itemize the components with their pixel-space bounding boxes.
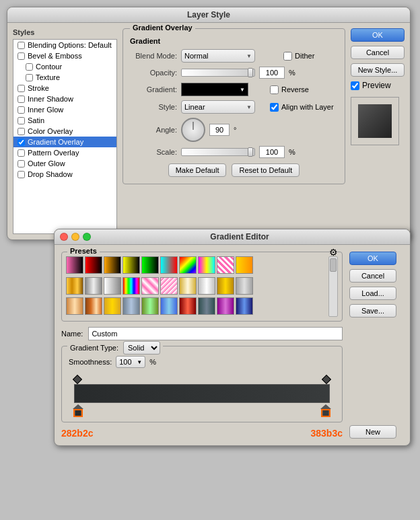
preset-27[interactable] [179,297,197,315]
style-item-gradient-overlay[interactable]: Gradient Overlay [13,137,116,147]
make-default-button[interactable]: Make Default [168,163,227,177]
gradient-type-select[interactable]: Solid Noise [123,341,160,355]
stroke-checkbox[interactable] [18,85,25,92]
smoothness-select[interactable]: 100 ▼ [116,356,145,368]
blend-mode-select[interactable]: Normal ▼ [181,49,255,63]
blending-checkbox[interactable] [18,42,25,49]
preset-29[interactable] [217,297,234,315]
minimize-button[interactable] [71,233,79,241]
maximize-button[interactable] [83,233,91,241]
texture-checkbox[interactable] [26,74,33,81]
preset-25[interactable] [141,297,159,315]
preset-24[interactable] [123,297,140,315]
preview-checkbox[interactable] [351,81,359,90]
style-item-inner-glow[interactable]: Inner Glow [13,104,116,115]
preset-11[interactable] [66,277,83,295]
preset-14[interactable] [123,277,140,295]
reset-default-button[interactable]: Reset to Default [232,163,300,177]
ge-load-button[interactable]: Load... [349,287,396,300]
style-item-inner-shadow[interactable]: Inner Shadow [13,94,116,104]
preset-7[interactable] [179,256,197,274]
ge-save-button[interactable]: Save... [349,304,396,318]
preset-8[interactable] [198,256,215,274]
preset-12[interactable] [85,277,102,295]
scale-thumb[interactable] [248,147,253,157]
preset-22[interactable] [85,297,102,315]
scrollbar-thumb[interactable] [330,258,337,272]
style-item-stroke[interactable]: Stroke [13,83,116,94]
style-item-outer-glow[interactable]: Outer Glow [13,158,116,169]
angle-input[interactable] [209,124,230,136]
preset-17[interactable] [179,277,197,295]
drop-shadow-checkbox[interactable] [18,171,25,178]
ge-ok-button[interactable]: OK [349,252,396,265]
preset-5[interactable] [141,256,159,274]
preset-6[interactable] [160,256,178,274]
preset-15[interactable] [141,277,159,295]
preset-18[interactable] [198,277,215,295]
ok-button[interactable]: OK [351,28,405,42]
presets-settings-icon[interactable]: ⚙ [329,247,338,258]
gradient-editor-left: Presets ⚙ [61,252,343,439]
presets-scrollbar[interactable] [328,256,338,317]
color-stop-right[interactable] [320,404,331,416]
style-item-drop-shadow[interactable]: Drop Shadow [13,169,116,180]
style-item-contour[interactable]: Contour [13,61,116,72]
ge-cancel-button[interactable]: Cancel [349,269,396,283]
ge-new-button[interactable]: New [349,425,396,439]
preset-20[interactable] [236,277,253,295]
smoothness-value: 100 [119,358,131,366]
preset-4[interactable] [123,256,140,274]
opacity-thumb[interactable] [248,68,253,77]
inner-shadow-checkbox[interactable] [18,96,25,103]
scale-input[interactable] [259,146,285,158]
opacity-slider[interactable] [181,69,255,77]
reverse-checkbox[interactable] [270,85,279,94]
align-layer-checkbox[interactable] [270,103,279,112]
opacity-input[interactable] [259,67,285,79]
preset-2[interactable] [85,256,102,274]
angle-dial[interactable] [181,118,205,142]
inner-glow-checkbox[interactable] [18,106,25,114]
cancel-button[interactable]: Cancel [351,46,405,59]
scale-slider[interactable] [181,148,255,156]
dither-row: Dither [283,52,314,61]
preset-19[interactable] [217,277,234,295]
presets-legend: Presets [67,247,100,255]
color-stop-left[interactable] [73,404,83,416]
gradient-preview[interactable]: ▼ [181,83,248,96]
close-button[interactable] [60,233,68,241]
preset-23[interactable] [104,297,121,315]
opacity-stop-right[interactable] [322,375,331,384]
style-item-texture[interactable]: Texture [13,72,116,83]
style-item-bevel[interactable]: Bevel & Emboss [13,50,116,61]
contour-checkbox[interactable] [26,63,33,71]
preset-3[interactable] [104,256,121,274]
style-select[interactable]: Linear ▼ [181,100,255,114]
preset-10[interactable] [236,256,253,274]
bevel-checkbox[interactable] [18,52,25,60]
outer-glow-checkbox[interactable] [18,160,25,168]
preset-26[interactable] [160,297,178,315]
color-overlay-checkbox[interactable] [18,128,25,135]
dither-checkbox[interactable] [283,52,292,61]
preset-30[interactable] [236,297,253,315]
preset-21[interactable] [66,297,83,315]
style-item-satin[interactable]: Satin [13,115,116,126]
satin-checkbox[interactable] [18,117,25,124]
opacity-stop-left[interactable] [73,375,82,384]
style-item-blending[interactable]: Blending Options: Default [13,40,116,50]
new-style-button[interactable]: New Style... [351,63,405,77]
gradient-bar[interactable] [74,384,330,403]
name-input[interactable] [88,327,343,340]
pattern-overlay-checkbox[interactable] [18,149,25,157]
preset-9[interactable] [217,256,234,274]
gradient-overlay-checkbox[interactable] [18,139,25,146]
style-item-color-overlay[interactable]: Color Overlay [13,126,116,137]
opacity-stops [73,375,331,384]
preset-1[interactable] [66,256,83,274]
preset-16[interactable] [160,277,178,295]
preset-13[interactable] [104,277,121,295]
style-item-pattern-overlay[interactable]: Pattern Overlay [13,147,116,158]
preset-28[interactable] [198,297,215,315]
